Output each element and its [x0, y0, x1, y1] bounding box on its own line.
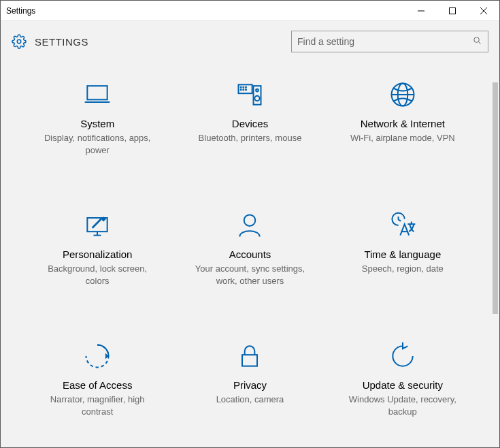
tile-desc: Location, camera [216, 394, 284, 406]
search-box[interactable] [291, 31, 488, 52]
titlebar: Settings [1, 1, 499, 21]
tile-system[interactable]: System Display, notifications, apps, pow… [28, 80, 167, 156]
settings-grid: System Display, notifications, apps, pow… [1, 59, 499, 445]
window-controls [405, 1, 499, 21]
maximize-button[interactable] [437, 1, 468, 21]
gear-icon [12, 34, 27, 49]
tile-personalization[interactable]: Personalization Background, lock screen,… [28, 210, 167, 287]
tile-privacy[interactable]: Privacy Location, camera [180, 341, 319, 417]
tile-desc: Bluetooth, printers, mouse [199, 132, 302, 144]
svg-point-13 [241, 89, 241, 90]
tile-title: Time & language [364, 249, 441, 260]
svg-point-14 [244, 89, 244, 90]
tile-desc: Display, notifications, apps, power [39, 132, 155, 156]
page-header: SETTINGS [1, 21, 499, 59]
time-language-icon [388, 210, 418, 240]
svg-point-15 [246, 89, 246, 90]
tile-title: System [80, 118, 114, 129]
maximize-icon [449, 7, 456, 14]
globe-icon [388, 80, 418, 110]
tile-update-security[interactable]: Update & security Windows Update, recove… [333, 341, 472, 417]
tile-title: Devices [232, 118, 268, 129]
tile-accounts[interactable]: Accounts Your account, sync settings, wo… [180, 210, 319, 287]
svg-line-6 [478, 42, 480, 44]
page-title: SETTINGS [35, 36, 88, 48]
search-input[interactable] [297, 36, 472, 47]
tile-desc: Narrator, magnifier, high contrast [39, 394, 155, 417]
tile-network[interactable]: Network & Internet Wi-Fi, airplane mode,… [333, 80, 472, 156]
lock-icon [235, 341, 265, 371]
svg-point-4 [17, 39, 21, 44]
tile-ease-of-access[interactable]: Ease of Access Narrator, magnifier, high… [28, 341, 167, 417]
system-icon [82, 80, 112, 110]
svg-point-18 [256, 89, 259, 92]
tile-title: Ease of Access [63, 379, 133, 391]
window-title: Settings [1, 6, 35, 16]
ease-of-access-icon [82, 341, 112, 371]
tile-title: Accounts [229, 249, 271, 260]
tile-desc: Background, lock screen, colors [39, 263, 155, 287]
scrollbar[interactable] [490, 82, 499, 447]
close-button[interactable] [468, 1, 499, 21]
minimize-icon [418, 7, 424, 14]
svg-point-5 [474, 37, 480, 42]
svg-line-27 [398, 220, 401, 221]
tile-title: Update & security [363, 379, 443, 391]
svg-point-25 [244, 215, 256, 227]
tile-desc: Windows Update, recovery, backup [345, 394, 461, 417]
close-icon [480, 7, 487, 14]
tile-desc: Wi-Fi, airplane mode, VPN [350, 132, 455, 144]
svg-rect-7 [87, 86, 107, 99]
svg-rect-1 [450, 7, 456, 14]
devices-icon [235, 80, 265, 110]
tile-time-language[interactable]: Time & language Speech, region, date [333, 210, 472, 287]
content-area: SETTINGS System Display, notifications, … [1, 21, 499, 447]
svg-point-17 [255, 96, 260, 101]
svg-point-10 [241, 86, 241, 87]
tile-title: Privacy [233, 379, 267, 391]
header-left: SETTINGS [12, 34, 88, 49]
personalization-icon [82, 210, 112, 240]
minimize-button[interactable] [405, 1, 437, 21]
search-icon [472, 35, 482, 48]
svg-point-12 [246, 86, 246, 87]
tile-devices[interactable]: Devices Bluetooth, printers, mouse [180, 80, 319, 156]
svg-point-11 [244, 86, 244, 87]
scroll-thumb[interactable] [493, 82, 498, 314]
update-icon [388, 341, 418, 371]
tile-desc: Your account, sync settings, work, other… [192, 263, 307, 287]
tile-title: Personalization [63, 249, 133, 260]
tile-title: Network & Internet [361, 118, 445, 129]
tile-desc: Speech, region, date [362, 263, 444, 275]
person-icon [235, 210, 265, 240]
svg-rect-32 [242, 355, 257, 366]
